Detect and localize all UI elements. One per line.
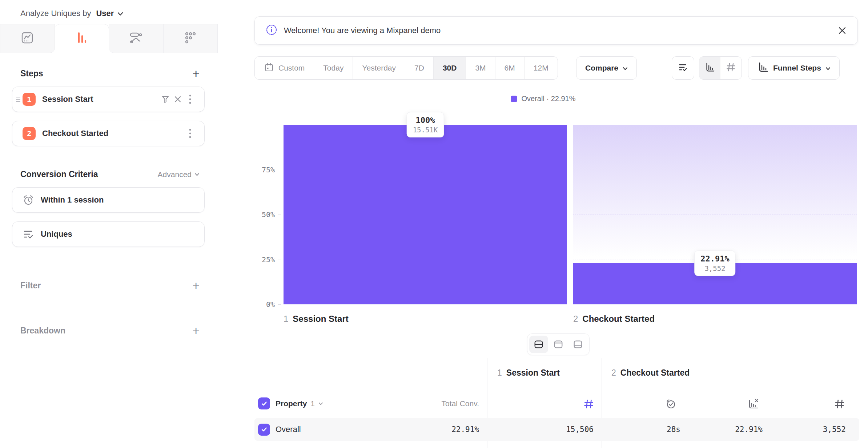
- row-step2-count: 3,552: [766, 418, 846, 441]
- panel-layout-toggle: [527, 333, 590, 355]
- breakdown-title: Breakdown: [20, 326, 65, 336]
- conv-rate-metric-icon[interactable]: [746, 397, 760, 411]
- select-all-checkbox[interactable]: [258, 397, 270, 409]
- flows-icon: [129, 31, 143, 47]
- retention-icon: [183, 31, 198, 47]
- step-event-label[interactable]: Checkout Started: [42, 129, 108, 138]
- bar-step2-lost[interactable]: [573, 125, 857, 263]
- filter-step-icon[interactable]: [159, 93, 172, 105]
- add-filter-button[interactable]: +: [192, 280, 200, 291]
- tab-retention[interactable]: [164, 24, 218, 53]
- chevron-down-icon: [825, 64, 831, 72]
- date-option-yesterday[interactable]: Yesterday: [353, 57, 405, 79]
- chevron-down-icon[interactable]: [117, 9, 123, 18]
- row-checkbox-cell: [258, 418, 270, 441]
- advanced-dropdown[interactable]: Advanced: [158, 170, 200, 179]
- step-card-2[interactable]: 2 Checkout Started: [12, 121, 205, 146]
- analyze-uniques-row: Analyze Uniques by User: [0, 0, 218, 18]
- value-display-toggle: [699, 56, 742, 80]
- step-more-options-icon[interactable]: [184, 93, 196, 105]
- counting-method-label: Uniques: [41, 229, 72, 239]
- date-option-today[interactable]: Today: [314, 57, 353, 79]
- remove-step-icon[interactable]: [172, 93, 184, 105]
- tooltip-step1: 100% 15.51K: [407, 112, 444, 137]
- tab-flows[interactable]: [109, 24, 164, 53]
- row-checkbox[interactable]: [258, 424, 270, 436]
- legend-swatch: [511, 96, 517, 102]
- date-option-12m[interactable]: 12M: [525, 57, 558, 79]
- date-option-custom[interactable]: Custom: [255, 57, 314, 79]
- gridline: [573, 170, 857, 170]
- row-step2-avg-time: 28s: [600, 418, 680, 441]
- table-subheader-row: Property 1 Total Conv.: [218, 395, 868, 413]
- step2-count-metric-icon[interactable]: [832, 397, 847, 411]
- date-range-picker: Custom Today Yesterday 7D 30D 3M 6M 12M: [254, 56, 558, 80]
- bar-step1[interactable]: [284, 125, 567, 304]
- tooltip-count: 3,552: [700, 264, 729, 272]
- funnels-icon: [75, 31, 89, 47]
- step-number-badge: 1: [23, 93, 36, 106]
- analyze-label: Analyze Uniques by: [20, 9, 91, 18]
- close-icon[interactable]: [838, 26, 847, 35]
- bar-chart-view-toggle[interactable]: [699, 57, 720, 79]
- funnel-steps-dropdown[interactable]: Funnel Steps: [748, 56, 840, 80]
- mixpanel-funnel-app: Analyze Uniques by User: [0, 0, 868, 448]
- y-tick-label: 0%: [254, 300, 275, 309]
- conversion-window-card[interactable]: Within 1 session: [12, 187, 205, 213]
- tab-funnels[interactable]: [55, 24, 109, 53]
- legend-text: Overall · 22.91%: [522, 95, 576, 103]
- bar-chart-icon: [704, 62, 715, 74]
- row-total-conv: 22.91%: [399, 418, 479, 441]
- conversion-criteria-head: Conversion Criteria Advanced: [20, 169, 200, 179]
- tooltip-step2: 22.91% 3,552: [694, 251, 735, 276]
- avg-time-metric-icon[interactable]: [664, 397, 678, 411]
- list-check-icon: [678, 62, 688, 74]
- analyze-value[interactable]: User: [96, 9, 114, 18]
- report-canvas: Welcome! You are viewing a Mixpanel demo…: [218, 0, 868, 448]
- number-view-toggle[interactable]: [720, 57, 742, 79]
- step-card-1[interactable]: 1 Session Start: [12, 87, 205, 112]
- funnel-chart-icon: [757, 61, 769, 75]
- x-label-step1: 1 Session Start: [284, 314, 349, 324]
- y-tick-label: 75%: [254, 165, 275, 174]
- alarm-clock-icon: [23, 194, 34, 206]
- step-number-badge: 2: [23, 127, 36, 140]
- table-step1-header: 1 Session Start: [497, 368, 560, 378]
- drag-handle-icon[interactable]: [16, 97, 20, 102]
- counting-method-card[interactable]: Uniques: [12, 221, 205, 247]
- split-layout-toggle[interactable]: [529, 336, 548, 353]
- y-axis: 75%50%25%0%: [254, 125, 284, 304]
- table-layout-toggle[interactable]: [568, 336, 587, 353]
- query-sidebar: Analyze Uniques by User: [0, 0, 218, 448]
- step-event-label[interactable]: Session Start: [42, 95, 93, 104]
- total-conv-header[interactable]: Total Conv.: [393, 395, 479, 413]
- chart-layout-toggle[interactable]: [549, 336, 568, 353]
- table-step2-header: 2 Checkout Started: [611, 368, 690, 378]
- step1-count-metric-icon[interactable]: [582, 397, 596, 411]
- chevron-down-icon: [623, 64, 628, 72]
- row-step1-count: 15,506: [514, 418, 594, 441]
- tooltip-pct: 100%: [413, 116, 438, 125]
- calendar-icon: [264, 62, 274, 74]
- filter-title: Filter: [20, 281, 41, 291]
- chart-legend[interactable]: Overall · 22.91%: [218, 95, 868, 103]
- steps-section-head: Steps +: [20, 68, 200, 79]
- tooltip-pct: 22.91%: [700, 254, 729, 263]
- property-dropdown[interactable]: Property 1: [276, 395, 323, 413]
- add-step-button[interactable]: +: [192, 68, 200, 79]
- date-option-6m[interactable]: 6M: [495, 57, 525, 79]
- metrics-list-button[interactable]: [672, 56, 694, 80]
- tab-insights[interactable]: [0, 24, 55, 53]
- step-more-options-icon[interactable]: [184, 127, 196, 140]
- add-breakdown-button[interactable]: +: [192, 325, 200, 336]
- date-option-3m[interactable]: 3M: [466, 57, 495, 79]
- compare-button[interactable]: Compare: [576, 56, 637, 80]
- conversion-window-label: Within 1 session: [41, 195, 104, 205]
- info-icon: [266, 24, 277, 37]
- funnel-chart: 75%50%25%0% 100% 15.51K 22.91% 3,552 1 S…: [254, 125, 868, 304]
- y-tick-mark: [278, 170, 281, 170]
- row-step2-conv-rate: 22.91%: [683, 418, 763, 441]
- date-option-30d[interactable]: 30D: [434, 57, 466, 79]
- row-name: Overall: [276, 418, 301, 441]
- date-option-7d[interactable]: 7D: [405, 57, 434, 79]
